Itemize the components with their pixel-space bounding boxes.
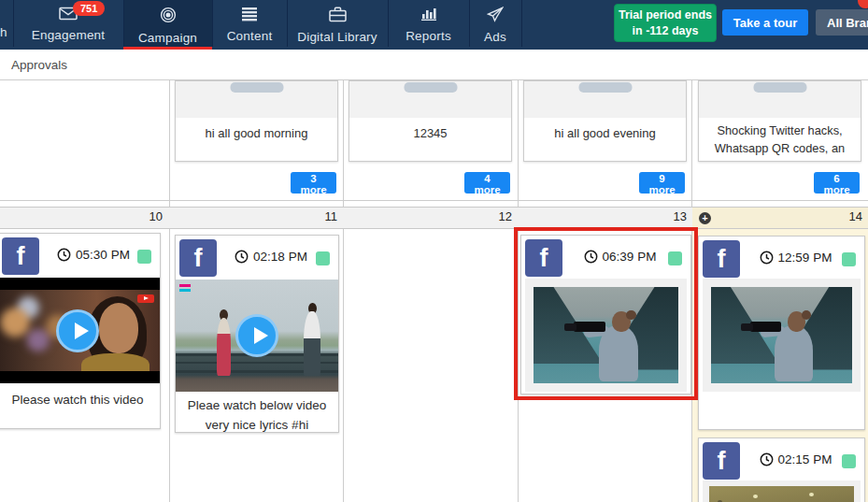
target-icon <box>160 7 177 27</box>
date-label: 10 <box>0 209 163 223</box>
thumbnail-stub <box>230 82 283 93</box>
post-thumbnail-placeholder <box>524 81 686 118</box>
post-card-overflow[interactable]: hi all good evening <box>523 80 687 162</box>
post-time: 12:59 PM <box>699 251 864 265</box>
trial-period-button[interactable]: Trial period ends in -112 days <box>614 4 717 42</box>
divider <box>287 0 288 47</box>
list-icon <box>241 7 258 25</box>
post-caption: Pleae watch below video very nice lyrics… <box>179 396 334 436</box>
image-matte <box>703 279 861 392</box>
clock-icon <box>235 250 249 264</box>
engagement-count-badge: 751 <box>73 1 105 16</box>
post-thumbnail-placeholder <box>349 81 511 118</box>
post-card-overflow[interactable]: 12345 <box>349 80 512 162</box>
paper-plane-icon <box>487 7 504 26</box>
clock-icon <box>584 250 598 264</box>
post-caption: 12345 <box>349 118 511 143</box>
clock-icon <box>760 452 774 466</box>
more-posts-button[interactable]: 9 more <box>639 172 685 194</box>
post-card-overflow[interactable]: Shocking Twitter hacks, Whatsapp QR code… <box>698 80 861 162</box>
grid-divider <box>0 200 868 201</box>
divider <box>13 0 14 47</box>
all-brands-button[interactable]: All Brands <box>816 9 868 36</box>
post-card-video[interactable]: f 02:18 PM Pleae watch below video very … <box>175 235 339 433</box>
post-photo <box>534 287 678 383</box>
subnav-bar: Approvals <box>0 50 868 79</box>
image-matte <box>525 279 687 392</box>
image-matte <box>703 480 861 502</box>
nav-item-label: Digital Library <box>297 30 377 44</box>
nav-item-partial[interactable]: h <box>0 25 7 39</box>
post-card-image[interactable]: f 06:39 PM <box>520 235 691 394</box>
thumbnail-stub <box>404 82 457 93</box>
more-posts-button[interactable]: 6 more <box>814 172 860 194</box>
nav-item-digital-library[interactable]: Digital Library <box>287 0 388 50</box>
briefcase-icon <box>329 7 347 26</box>
status-indicator <box>316 251 330 265</box>
video-thumbnail <box>176 280 338 392</box>
nav-item-label: Ads <box>484 30 506 44</box>
nav-item-engagement[interactable]: Engagement <box>13 0 123 50</box>
play-button[interactable] <box>235 314 278 357</box>
divider <box>388 0 389 47</box>
date-label: 14 <box>691 209 862 223</box>
divider <box>123 0 124 47</box>
date-label: 13 <box>518 209 687 223</box>
post-card-overflow[interactable]: hi all good morning <box>175 80 338 162</box>
nav-item-label: Campaign <box>138 31 197 45</box>
post-caption: hi all good morning <box>176 118 337 143</box>
divider <box>212 0 213 47</box>
trial-line-2: in -112 days <box>633 23 699 39</box>
clock-icon <box>57 248 71 262</box>
top-nav: h Campaign Engagement 751 <box>0 0 868 50</box>
post-caption: Shocking Twitter hacks, Whatsapp QR code… <box>699 118 861 157</box>
trial-line-1: Trial period ends <box>619 7 712 23</box>
status-indicator <box>842 454 856 468</box>
add-post-icon[interactable]: + <box>699 212 711 224</box>
post-time: 02:18 PM <box>176 250 338 264</box>
status-indicator <box>842 252 856 266</box>
nav-item-reports[interactable]: Reports <box>388 0 469 50</box>
play-button[interactable] <box>56 309 99 352</box>
nav-item-content[interactable]: Content <box>212 0 287 50</box>
post-thumbnail-placeholder <box>699 81 861 118</box>
app-screen: h Campaign Engagement 751 <box>0 0 868 502</box>
post-caption: hi all good evening <box>524 118 686 143</box>
post-caption: Please watch this video <box>0 391 156 410</box>
more-posts-button[interactable]: 4 more <box>464 172 510 194</box>
post-time: 05:30 PM <box>0 248 160 262</box>
clock-icon <box>760 251 774 265</box>
post-time: 02:15 PM <box>699 452 864 466</box>
grid-divider <box>343 80 344 502</box>
post-time: 06:39 PM <box>521 250 690 264</box>
date-label: 11 <box>169 209 337 223</box>
approvals-tab[interactable]: Approvals <box>11 58 67 72</box>
grid-divider <box>169 80 170 502</box>
divider <box>469 0 470 47</box>
youtube-logo-icon <box>137 294 154 303</box>
post-card-video[interactable]: f 05:30 PM Please watch this video <box>0 233 161 429</box>
take-a-tour-button[interactable]: Take a tour <box>722 9 808 36</box>
status-indicator <box>137 250 151 264</box>
post-card-image[interactable]: f 12:59 PM <box>698 236 865 430</box>
date-label: 12 <box>343 209 512 223</box>
grid-divider <box>691 80 692 502</box>
divider <box>521 0 522 47</box>
brand-notification-badge <box>858 0 868 8</box>
status-indicator <box>668 251 682 265</box>
grid-divider <box>518 80 519 502</box>
post-photo <box>711 287 852 383</box>
nav-item-ads[interactable]: Ads <box>469 0 521 50</box>
post-photo <box>709 486 854 502</box>
nav-item-label: Engagement <box>32 28 106 42</box>
post-thumbnail-placeholder <box>176 81 337 118</box>
more-posts-button[interactable]: 3 more <box>291 172 336 194</box>
post-card-image[interactable]: f 02:15 PM <box>698 437 865 502</box>
nav-item-label: Reports <box>406 29 451 43</box>
video-thumbnail <box>0 278 160 383</box>
nav-item-label: Content <box>227 29 273 43</box>
calendar-grid: hi all good morning 12345 hi all good ev… <box>0 79 868 502</box>
thumbnail-stub <box>753 82 806 93</box>
nav-item-campaign[interactable]: Campaign <box>123 0 212 50</box>
bar-chart-icon <box>420 7 437 25</box>
